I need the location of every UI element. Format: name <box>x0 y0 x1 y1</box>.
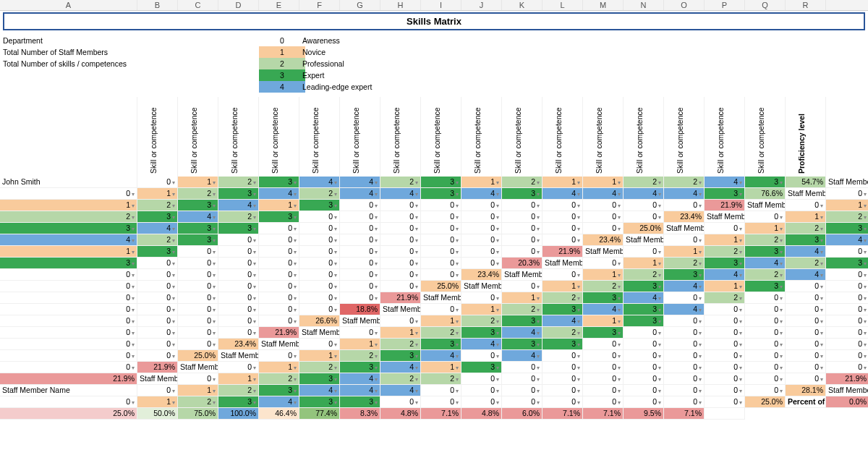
skill-level-cell[interactable]: 0▾ <box>340 258 380 269</box>
dropdown-icon[interactable]: ▾ <box>864 272 867 279</box>
skill-column-header[interactable]: Skill or competence <box>583 97 624 177</box>
dropdown-icon[interactable]: ▾ <box>253 388 256 394</box>
dropdown-icon[interactable]: ▾ <box>780 260 783 267</box>
col-header[interactable]: O <box>664 0 705 10</box>
dropdown-icon[interactable]: ▾ <box>537 318 540 325</box>
dropdown-icon[interactable]: ▾ <box>537 249 540 255</box>
dropdown-icon[interactable]: ▾ <box>415 203 418 209</box>
skill-level-cell[interactable]: 0▾ <box>745 339 786 350</box>
skill-level-cell[interactable]: 3▾ <box>299 200 340 211</box>
skill-level-cell[interactable]: 0▾ <box>542 234 583 246</box>
dropdown-icon[interactable]: ▾ <box>820 203 823 209</box>
skill-level-cell[interactable]: 0▾ <box>542 373 583 385</box>
dropdown-icon[interactable]: ▾ <box>699 179 702 186</box>
staff-name-cell[interactable]: Staff Member Name <box>705 211 745 223</box>
skill-level-cell[interactable]: 0▾ <box>705 385 745 396</box>
dropdown-icon[interactable]: ▾ <box>864 330 867 336</box>
dropdown-icon[interactable]: ▾ <box>213 203 216 209</box>
skill-level-cell[interactable]: 2▾ <box>664 258 705 269</box>
dropdown-icon[interactable]: ▾ <box>456 203 459 209</box>
dropdown-icon[interactable]: ▾ <box>496 214 499 221</box>
dropdown-icon[interactable]: ▾ <box>253 191 256 197</box>
dropdown-icon[interactable]: ▾ <box>213 330 216 336</box>
skill-column-header[interactable]: Skill or competence <box>178 97 218 177</box>
skill-level-cell[interactable]: 3▾ <box>299 396 340 408</box>
dropdown-icon[interactable]: ▾ <box>456 191 459 197</box>
dropdown-icon[interactable]: ▾ <box>132 341 135 348</box>
skill-level-cell[interactable]: 0▾ <box>380 396 421 408</box>
dropdown-icon[interactable]: ▾ <box>577 203 580 209</box>
dropdown-icon[interactable]: ▾ <box>334 179 337 186</box>
skill-level-cell[interactable]: 0▾ <box>0 292 137 304</box>
dropdown-icon[interactable]: ▾ <box>658 249 661 255</box>
dropdown-icon[interactable]: ▾ <box>334 191 337 197</box>
skill-level-cell[interactable]: 0▾ <box>421 223 461 234</box>
skill-level-cell[interactable]: 0▾ <box>137 269 178 281</box>
dropdown-icon[interactable]: ▾ <box>618 307 621 313</box>
dropdown-icon[interactable]: ▾ <box>132 237 135 244</box>
skill-level-cell[interactable]: 3▾ <box>259 177 299 188</box>
dropdown-icon[interactable]: ▾ <box>780 353 783 360</box>
dropdown-icon[interactable]: ▾ <box>375 295 378 302</box>
dropdown-icon[interactable]: ▾ <box>456 399 459 406</box>
dropdown-icon[interactable]: ▾ <box>415 179 418 186</box>
dropdown-icon[interactable]: ▾ <box>334 272 337 279</box>
dropdown-icon[interactable]: ▾ <box>699 295 702 302</box>
dropdown-icon[interactable]: ▾ <box>537 341 540 348</box>
skill-level-cell[interactable]: 0▾ <box>745 362 786 373</box>
skill-level-cell[interactable]: 3▾ <box>786 234 826 246</box>
skill-level-cell[interactable]: 3▾ <box>502 188 542 200</box>
skill-level-cell[interactable]: 0▾ <box>461 246 502 258</box>
skill-level-cell[interactable]: 0▾ <box>0 281 137 292</box>
dropdown-icon[interactable]: ▾ <box>294 399 297 406</box>
skill-level-cell[interactable]: 0▾ <box>624 385 664 396</box>
skill-level-cell[interactable]: 0▾ <box>340 200 380 211</box>
skill-level-cell[interactable]: 0▾ <box>218 258 259 269</box>
skill-level-cell[interactable]: 1▾ <box>259 200 299 211</box>
skill-level-cell[interactable]: 0▾ <box>259 350 299 362</box>
skill-level-cell[interactable]: 0▾ <box>218 327 259 339</box>
skill-level-cell[interactable]: 3▾ <box>826 223 868 234</box>
dropdown-icon[interactable]: ▾ <box>577 353 580 360</box>
dropdown-icon[interactable]: ▾ <box>658 295 661 302</box>
dropdown-icon[interactable]: ▾ <box>496 249 499 255</box>
skill-level-cell[interactable]: 1▾ <box>826 200 868 211</box>
dropdown-icon[interactable]: ▾ <box>577 376 580 383</box>
skill-level-cell[interactable]: 1▾ <box>380 327 421 339</box>
dropdown-icon[interactable]: ▾ <box>577 179 580 186</box>
dropdown-icon[interactable]: ▾ <box>456 388 459 394</box>
skill-level-cell[interactable]: 0▾ <box>340 292 380 304</box>
dropdown-icon[interactable]: ▾ <box>294 295 297 302</box>
dropdown-icon[interactable]: ▾ <box>253 179 256 186</box>
skill-level-cell[interactable]: 4▾ <box>380 362 421 373</box>
skill-level-cell[interactable]: 0▾ <box>178 246 218 258</box>
staff-name-cell[interactable]: Staff Member Name <box>664 223 705 234</box>
dropdown-icon[interactable]: ▾ <box>415 365 418 371</box>
dropdown-icon[interactable]: ▾ <box>213 260 216 267</box>
skill-column-header[interactable]: Skill or competence <box>137 97 178 177</box>
skill-level-cell[interactable]: 0▾ <box>786 339 826 350</box>
skill-level-cell[interactable]: 4▾ <box>502 350 542 362</box>
dropdown-icon[interactable]: ▾ <box>213 272 216 279</box>
dropdown-icon[interactable]: ▾ <box>864 284 867 290</box>
dropdown-icon[interactable]: ▾ <box>658 191 661 197</box>
skill-level-cell[interactable]: 0▾ <box>259 315 299 327</box>
skill-level-cell[interactable]: 0▾ <box>786 292 826 304</box>
skill-level-cell[interactable]: 0▾ <box>502 362 542 373</box>
skill-level-cell[interactable]: 0▾ <box>0 327 137 339</box>
skill-level-cell[interactable]: 2▾ <box>421 373 461 385</box>
skill-level-cell[interactable]: 0▾ <box>259 304 299 315</box>
skill-level-cell[interactable]: 4▾ <box>340 177 380 188</box>
dropdown-icon[interactable]: ▾ <box>699 341 702 348</box>
col-header[interactable]: E <box>259 0 299 10</box>
dropdown-icon[interactable]: ▾ <box>699 284 702 290</box>
dropdown-icon[interactable]: ▾ <box>415 330 418 336</box>
dropdown-icon[interactable]: ▾ <box>537 307 540 313</box>
skill-level-cell[interactable]: 4▾ <box>826 234 868 246</box>
skill-level-cell[interactable]: 0▾ <box>502 281 542 292</box>
dropdown-icon[interactable]: ▾ <box>334 399 337 406</box>
skill-level-cell[interactable]: 4▾ <box>624 188 664 200</box>
col-header[interactable]: H <box>380 0 421 10</box>
skill-level-cell[interactable]: 3▾ <box>0 258 137 269</box>
dropdown-icon[interactable]: ▾ <box>577 318 580 325</box>
